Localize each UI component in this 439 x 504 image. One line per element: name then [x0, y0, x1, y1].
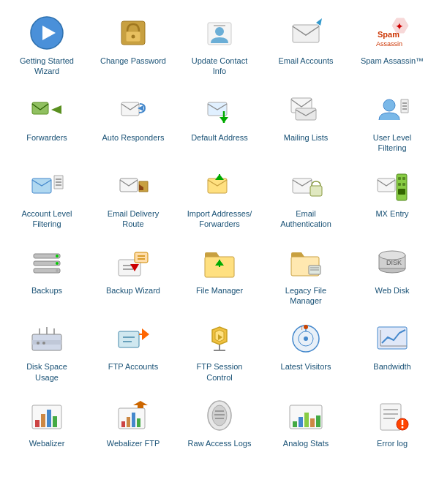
- backups-label: Backups: [31, 285, 62, 296]
- forwarders-icon: [29, 91, 65, 128]
- file-manager-icon: [201, 244, 238, 281]
- svg-text:✦: ✦: [395, 20, 404, 32]
- grid-item-webalizer[interactable]: Webalizer: [4, 390, 90, 463]
- svg-rect-8: [293, 25, 319, 42]
- web-disk-icon: DISK: [374, 244, 410, 281]
- svg-rect-97: [35, 420, 40, 427]
- svg-rect-71: [32, 340, 61, 345]
- grid-item-ftp-accounts[interactable]: FTP Accounts: [90, 313, 176, 390]
- svg-point-51: [56, 269, 59, 272]
- grid-item-getting-started-wizard[interactable]: Getting Started Wizard: [4, 7, 90, 84]
- svg-point-22: [383, 99, 395, 111]
- grid-item-analog-stats[interactable]: Analog Stats: [263, 390, 349, 463]
- grid-item-web-disk[interactable]: DISK Web Disk: [349, 237, 435, 314]
- webalizer-label: Webalizer: [29, 438, 65, 448]
- email-auth-icon: [288, 168, 324, 204]
- account-level-filtering-label: Account Level Filtering: [14, 208, 80, 230]
- analog-icon: [288, 397, 324, 434]
- default-address-label: Default Address: [191, 132, 248, 143]
- mailing-lists-icon: [288, 91, 324, 128]
- svg-point-49: [56, 255, 59, 257]
- grid-item-user-level-filtering[interactable]: User Level Filtering: [349, 84, 435, 161]
- account-filter-icon: [29, 168, 65, 204]
- bandwidth-label: Bandwidth: [373, 361, 410, 372]
- latest-visitors-label: Latest Visitors: [281, 361, 331, 372]
- grid-item-spam-assassin[interactable]: Spam Assassin ✦ Spam Assassin™: [349, 7, 435, 84]
- svg-rect-40: [398, 177, 401, 180]
- svg-point-72: [37, 342, 40, 345]
- svg-marker-106: [133, 401, 148, 408]
- grid-item-change-password[interactable]: Change Password: [90, 7, 176, 84]
- grid-item-legacy-file-manager[interactable]: Legacy File Manager: [263, 237, 349, 314]
- getting-started-wizard-label: Getting Started Wizard: [14, 56, 80, 77]
- email-delivery-route-label: Email Delivery Route: [100, 208, 166, 230]
- email-authentication-label: Email Authentication: [273, 208, 339, 230]
- spam-icon: Spam Assassin ✦: [374, 15, 410, 51]
- grid-item-auto-responders[interactable]: Auto Responders: [90, 84, 176, 161]
- svg-rect-45: [378, 178, 395, 192]
- svg-rect-117: [316, 415, 320, 427]
- email-accounts-icon: [288, 15, 324, 51]
- bandwidth-icon: [374, 320, 410, 357]
- svg-point-124: [402, 426, 404, 428]
- svg-rect-105: [137, 418, 140, 427]
- auto-responders-label: Auto Responders: [102, 132, 165, 143]
- legacy-file-icon: [288, 244, 324, 281]
- svg-rect-114: [299, 417, 303, 427]
- grid-item-backup-wizard[interactable]: Backup Wizard: [90, 237, 176, 314]
- user-filter-icon: [374, 91, 410, 128]
- grid-item-forwarders[interactable]: Forwarders: [4, 84, 90, 161]
- svg-point-108: [212, 405, 227, 426]
- error-log-label: Error log: [377, 438, 408, 448]
- grid-item-latest-visitors[interactable]: i Latest Visitors: [263, 313, 349, 390]
- grid-item-email-authentication[interactable]: Email Authentication: [263, 160, 349, 237]
- svg-rect-98: [41, 414, 45, 427]
- grid-item-file-manager[interactable]: File Manager: [176, 237, 263, 314]
- svg-text:Assassin: Assassin: [376, 40, 402, 48]
- svg-point-4: [132, 35, 135, 39]
- grid-item-bandwidth[interactable]: Bandwidth: [349, 313, 435, 390]
- grid-item-default-address[interactable]: Default Address: [176, 84, 263, 161]
- grid-item-mailing-lists[interactable]: Mailing Lists: [263, 84, 349, 161]
- grid-item-email-delivery-route[interactable]: Email Delivery Route: [90, 160, 176, 237]
- email-accounts-label: Email Accounts: [278, 56, 333, 66]
- ftp-session-icon: [201, 320, 238, 357]
- svg-rect-77: [119, 331, 139, 347]
- spam-assassin-label: Spam Assassin™: [361, 56, 424, 66]
- grid-item-ftp-session-control[interactable]: FTP Session Control: [176, 313, 263, 390]
- grid-item-webalizer-ftp[interactable]: Webalizer FTP: [90, 390, 176, 463]
- grid-item-import-addresses-forwarders[interactable]: Import Addresses/ Forwarders: [176, 160, 263, 237]
- svg-rect-44: [398, 189, 405, 195]
- svg-rect-38: [310, 186, 322, 196]
- autoresponders-icon: [115, 91, 151, 128]
- default-address-icon: [201, 91, 238, 128]
- grid-item-backups[interactable]: Backups: [4, 237, 90, 314]
- webalizer-icon: [29, 397, 65, 434]
- visitors-icon: i: [288, 320, 324, 357]
- svg-point-89: [304, 336, 308, 341]
- grid-item-disk-space-usage[interactable]: Disk Space Usage: [4, 313, 90, 390]
- disk-space-icon: [29, 320, 65, 357]
- grid-item-account-level-filtering[interactable]: Account Level Filtering: [4, 160, 90, 237]
- change-password-label: Change Password: [100, 56, 166, 66]
- legacy-file-manager-label: Legacy File Manager: [273, 285, 339, 306]
- svg-point-50: [56, 262, 59, 265]
- svg-text:DISK: DISK: [386, 259, 402, 266]
- grid-item-raw-access-logs[interactable]: Raw Access Logs: [176, 390, 263, 463]
- password-icon: [115, 15, 151, 51]
- ftp-session-control-label: FTP Session Control: [187, 361, 252, 383]
- svg-rect-115: [304, 413, 309, 427]
- svg-point-6: [215, 27, 224, 36]
- disk-space-usage-label: Disk Space Usage: [14, 361, 80, 383]
- svg-rect-103: [127, 417, 130, 427]
- update-contact-info-label: Update Contact Info: [187, 56, 252, 77]
- mailing-lists-label: Mailing Lists: [284, 132, 329, 143]
- grid-item-mx-entry[interactable]: MX Entry: [349, 160, 435, 237]
- raw-logs-icon: [201, 397, 238, 434]
- webalizer-ftp-icon: [115, 397, 151, 434]
- grid-item-update-contact-info[interactable]: Update Contact Info: [176, 7, 263, 84]
- grid-item-email-accounts[interactable]: Email Accounts: [263, 7, 349, 84]
- svg-rect-99: [47, 410, 51, 427]
- svg-rect-100: [53, 416, 57, 427]
- grid-item-error-log[interactable]: Error log: [349, 390, 435, 463]
